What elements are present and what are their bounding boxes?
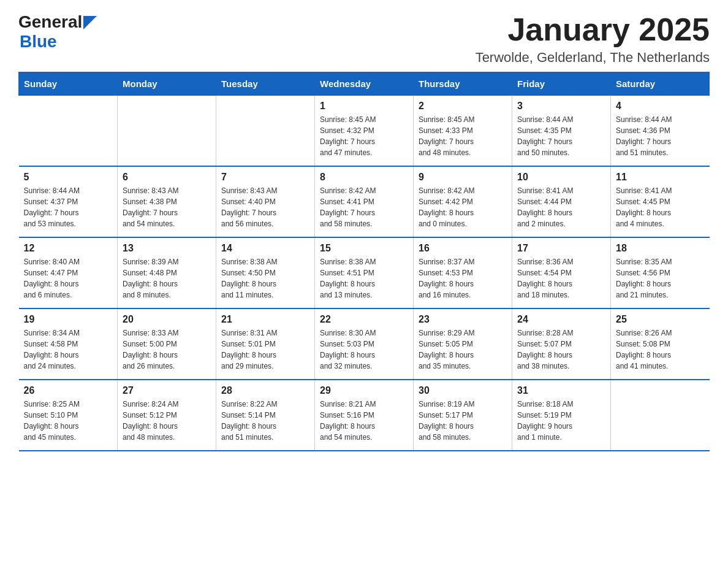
calendar-cell: 19Sunrise: 8:34 AM Sunset: 4:58 PM Dayli…: [19, 308, 118, 380]
calendar-cell: 30Sunrise: 8:19 AM Sunset: 5:17 PM Dayli…: [414, 380, 512, 451]
day-number: 17: [517, 243, 605, 254]
day-info: Sunrise: 8:41 AM Sunset: 4:44 PM Dayligh…: [517, 185, 605, 229]
calendar-week-row: 1Sunrise: 8:45 AM Sunset: 4:32 PM Daylig…: [19, 96, 710, 167]
weekday-header-row: SundayMondayTuesdayWednesdayThursdayFrid…: [19, 72, 710, 96]
day-number: 16: [419, 243, 507, 254]
calendar-cell: 29Sunrise: 8:21 AM Sunset: 5:16 PM Dayli…: [315, 380, 414, 451]
day-number: 20: [123, 314, 211, 325]
day-info: Sunrise: 8:29 AM Sunset: 5:05 PM Dayligh…: [419, 327, 507, 372]
day-info: Sunrise: 8:37 AM Sunset: 4:53 PM Dayligh…: [419, 256, 507, 301]
day-info: Sunrise: 8:22 AM Sunset: 5:14 PM Dayligh…: [221, 399, 309, 443]
calendar-cell: [19, 96, 118, 167]
calendar-cell: 23Sunrise: 8:29 AM Sunset: 5:05 PM Dayli…: [414, 308, 512, 380]
logo-triangle-icon: [83, 16, 97, 29]
page-header: General Blue January 2025 Terwolde, Geld…: [18, 12, 710, 66]
day-number: 30: [419, 385, 507, 396]
day-number: 24: [517, 314, 605, 325]
calendar-cell: 12Sunrise: 8:40 AM Sunset: 4:47 PM Dayli…: [19, 237, 118, 308]
calendar-cell: 24Sunrise: 8:28 AM Sunset: 5:07 PM Dayli…: [512, 308, 611, 380]
day-number: 22: [320, 314, 408, 325]
location-title: Terwolde, Gelderland, The Netherlands: [476, 50, 710, 66]
day-number: 10: [517, 172, 605, 183]
calendar-cell: 4Sunrise: 8:44 AM Sunset: 4:36 PM Daylig…: [611, 96, 710, 167]
calendar-cell: 16Sunrise: 8:37 AM Sunset: 4:53 PM Dayli…: [414, 237, 512, 308]
calendar-cell: 2Sunrise: 8:45 AM Sunset: 4:33 PM Daylig…: [414, 96, 512, 167]
day-number: 2: [419, 101, 507, 112]
day-number: 21: [221, 314, 309, 325]
weekday-header-tuesday: Tuesday: [216, 72, 315, 96]
day-info: Sunrise: 8:40 AM Sunset: 4:47 PM Dayligh…: [24, 256, 113, 301]
day-number: 28: [221, 385, 309, 396]
day-info: Sunrise: 8:36 AM Sunset: 4:54 PM Dayligh…: [517, 256, 605, 301]
calendar-cell: 1Sunrise: 8:45 AM Sunset: 4:32 PM Daylig…: [315, 96, 414, 167]
day-info: Sunrise: 8:21 AM Sunset: 5:16 PM Dayligh…: [320, 399, 408, 443]
day-info: Sunrise: 8:44 AM Sunset: 4:35 PM Dayligh…: [517, 114, 605, 158]
day-number: 18: [616, 243, 705, 254]
calendar-cell: [118, 96, 216, 167]
day-info: Sunrise: 8:28 AM Sunset: 5:07 PM Dayligh…: [517, 327, 605, 372]
day-number: 31: [517, 385, 605, 396]
day-info: Sunrise: 8:38 AM Sunset: 4:50 PM Dayligh…: [221, 256, 309, 301]
calendar-cell: 28Sunrise: 8:22 AM Sunset: 5:14 PM Dayli…: [216, 380, 315, 451]
weekday-header-saturday: Saturday: [611, 72, 710, 96]
day-info: Sunrise: 8:18 AM Sunset: 5:19 PM Dayligh…: [517, 399, 605, 443]
day-info: Sunrise: 8:45 AM Sunset: 4:32 PM Dayligh…: [320, 114, 408, 158]
day-number: 15: [320, 243, 408, 254]
calendar-cell: 6Sunrise: 8:43 AM Sunset: 4:38 PM Daylig…: [118, 166, 216, 237]
day-info: Sunrise: 8:24 AM Sunset: 5:12 PM Dayligh…: [123, 399, 211, 443]
day-info: Sunrise: 8:34 AM Sunset: 4:58 PM Dayligh…: [24, 327, 113, 372]
calendar-cell: 5Sunrise: 8:44 AM Sunset: 4:37 PM Daylig…: [19, 166, 118, 237]
calendar-cell: [611, 380, 710, 451]
day-number: 27: [123, 385, 211, 396]
day-info: Sunrise: 8:38 AM Sunset: 4:51 PM Dayligh…: [320, 256, 408, 301]
day-info: Sunrise: 8:45 AM Sunset: 4:33 PM Dayligh…: [419, 114, 507, 158]
day-number: 12: [24, 243, 113, 254]
calendar-cell: 11Sunrise: 8:41 AM Sunset: 4:45 PM Dayli…: [611, 166, 710, 237]
logo: General Blue: [18, 12, 97, 52]
day-number: 8: [320, 172, 408, 183]
calendar-cell: 13Sunrise: 8:39 AM Sunset: 4:48 PM Dayli…: [118, 237, 216, 308]
month-title: January 2025: [476, 12, 710, 47]
calendar-cell: 31Sunrise: 8:18 AM Sunset: 5:19 PM Dayli…: [512, 380, 611, 451]
weekday-header-thursday: Thursday: [414, 72, 512, 96]
day-info: Sunrise: 8:43 AM Sunset: 4:38 PM Dayligh…: [123, 185, 211, 229]
calendar-cell: 25Sunrise: 8:26 AM Sunset: 5:08 PM Dayli…: [611, 308, 710, 380]
day-number: 13: [123, 243, 211, 254]
day-number: 11: [616, 172, 705, 183]
weekday-header-sunday: Sunday: [19, 72, 118, 96]
day-info: Sunrise: 8:31 AM Sunset: 5:01 PM Dayligh…: [221, 327, 309, 372]
calendar-cell: 3Sunrise: 8:44 AM Sunset: 4:35 PM Daylig…: [512, 96, 611, 167]
day-number: 29: [320, 385, 408, 396]
day-info: Sunrise: 8:43 AM Sunset: 4:40 PM Dayligh…: [221, 185, 309, 229]
calendar-cell: 21Sunrise: 8:31 AM Sunset: 5:01 PM Dayli…: [216, 308, 315, 380]
day-number: 14: [221, 243, 309, 254]
day-number: 19: [24, 314, 113, 325]
day-info: Sunrise: 8:41 AM Sunset: 4:45 PM Dayligh…: [616, 185, 705, 229]
calendar-table: SundayMondayTuesdayWednesdayThursdayFrid…: [18, 72, 710, 451]
calendar-cell: 20Sunrise: 8:33 AM Sunset: 5:00 PM Dayli…: [118, 308, 216, 380]
calendar-cell: 26Sunrise: 8:25 AM Sunset: 5:10 PM Dayli…: [19, 380, 118, 451]
calendar-week-row: 5Sunrise: 8:44 AM Sunset: 4:37 PM Daylig…: [19, 166, 710, 237]
day-info: Sunrise: 8:25 AM Sunset: 5:10 PM Dayligh…: [24, 399, 113, 443]
weekday-header-friday: Friday: [512, 72, 611, 96]
svg-marker-0: [83, 16, 97, 29]
day-info: Sunrise: 8:33 AM Sunset: 5:00 PM Dayligh…: [123, 327, 211, 372]
logo-blue: Blue: [20, 32, 57, 52]
calendar-cell: 9Sunrise: 8:42 AM Sunset: 4:42 PM Daylig…: [414, 166, 512, 237]
calendar-cell: 8Sunrise: 8:42 AM Sunset: 4:41 PM Daylig…: [315, 166, 414, 237]
day-info: Sunrise: 8:26 AM Sunset: 5:08 PM Dayligh…: [616, 327, 705, 372]
calendar-cell: 10Sunrise: 8:41 AM Sunset: 4:44 PM Dayli…: [512, 166, 611, 237]
day-number: 5: [24, 172, 113, 183]
day-info: Sunrise: 8:44 AM Sunset: 4:36 PM Dayligh…: [616, 114, 705, 158]
day-number: 1: [320, 101, 408, 112]
day-info: Sunrise: 8:19 AM Sunset: 5:17 PM Dayligh…: [419, 399, 507, 443]
calendar-cell: [216, 96, 315, 167]
calendar-week-row: 26Sunrise: 8:25 AM Sunset: 5:10 PM Dayli…: [19, 380, 710, 451]
calendar-cell: 18Sunrise: 8:35 AM Sunset: 4:56 PM Dayli…: [611, 237, 710, 308]
calendar-cell: 15Sunrise: 8:38 AM Sunset: 4:51 PM Dayli…: [315, 237, 414, 308]
day-info: Sunrise: 8:44 AM Sunset: 4:37 PM Dayligh…: [24, 185, 113, 229]
day-info: Sunrise: 8:35 AM Sunset: 4:56 PM Dayligh…: [616, 256, 705, 301]
day-info: Sunrise: 8:42 AM Sunset: 4:42 PM Dayligh…: [419, 185, 507, 229]
calendar-cell: 27Sunrise: 8:24 AM Sunset: 5:12 PM Dayli…: [118, 380, 216, 451]
calendar-cell: 17Sunrise: 8:36 AM Sunset: 4:54 PM Dayli…: [512, 237, 611, 308]
